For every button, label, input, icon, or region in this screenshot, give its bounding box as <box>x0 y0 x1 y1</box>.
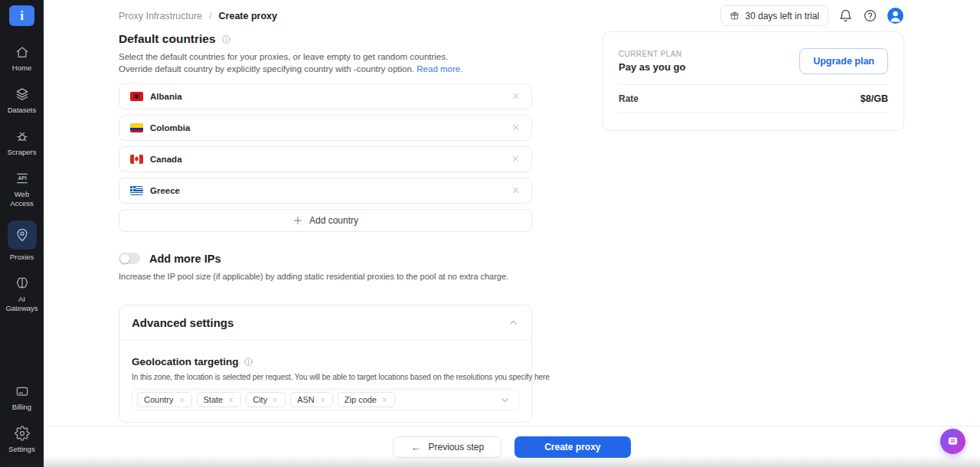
remove-country-button[interactable] <box>511 154 521 164</box>
breadcrumb-current: Create proxy <box>219 11 277 21</box>
advanced-settings-header[interactable]: Advanced settings <box>132 316 519 329</box>
geo-resolution-tag[interactable]: State <box>197 392 242 407</box>
top-actions: 30 days left in trial <box>720 5 903 26</box>
gift-icon <box>730 11 740 21</box>
add-country-label: Add country <box>309 215 358 226</box>
default-countries-section: Default countries Select the default cou… <box>119 32 532 232</box>
api-icon: API <box>14 170 31 187</box>
country-list: AlbaniaColombiaCanadaGreece <box>119 83 532 204</box>
country-name: Canada <box>150 155 511 164</box>
home-icon <box>14 44 31 60</box>
add-more-ips-section: Add more IPs Increase the IP pool size (… <box>119 253 532 283</box>
breadcrumb-section[interactable]: Proxy Infrastructure <box>119 11 202 21</box>
remove-tag-icon[interactable] <box>319 397 326 403</box>
description-line1: Select the default countries for your pr… <box>119 52 448 61</box>
default-countries-description: Select the default countries for your pr… <box>119 51 532 76</box>
geo-resolutions-select[interactable]: CountryStateCityASNZip code <box>132 389 519 410</box>
chat-icon <box>946 435 959 448</box>
sidebar-item-label: Billing <box>12 403 31 412</box>
chat-button[interactable] <box>940 429 965 454</box>
add-more-ips-description: Increase the IP pool size (if applicable… <box>119 271 532 283</box>
geo-resolution-tag[interactable]: Country <box>137 392 192 407</box>
remove-country-button[interactable] <box>511 91 521 101</box>
divider <box>119 339 531 340</box>
sidebar-item-label: Settings <box>8 445 34 454</box>
geo-resolution-tag[interactable]: City <box>246 392 286 407</box>
sidebar-item-label: Home <box>12 64 31 73</box>
ca-flag-icon <box>130 155 143 164</box>
top-bar: Proxy Infrastructure / Create proxy 30 d… <box>44 0 980 28</box>
country-row: Greece <box>119 178 532 204</box>
description-line2: Override default country by explicitly s… <box>119 64 414 73</box>
collapse-button[interactable] <box>508 317 519 328</box>
sidebar-nav: HomeDatasetsScrapersAPIWeb AccessProxies… <box>0 44 44 326</box>
sidebar-item-billing[interactable]: Billing <box>0 383 44 412</box>
toggle-knob <box>120 254 129 263</box>
read-more-link[interactable]: Read more. <box>416 64 462 73</box>
country-row: Colombia <box>119 115 532 141</box>
country-row: Albania <box>119 83 532 109</box>
sidebar-item-label: Datasets <box>8 106 37 115</box>
form-footer: ← Previous step Create proxy <box>44 426 980 467</box>
co-flag-icon <box>130 123 143 132</box>
info-icon[interactable] <box>243 357 253 367</box>
remove-tag-icon[interactable] <box>178 397 185 403</box>
sidebar-item-home[interactable]: Home <box>0 44 44 73</box>
remove-tag-icon[interactable] <box>227 397 234 403</box>
geo-resolution-tag[interactable]: ASN <box>290 392 333 407</box>
divider <box>619 113 888 113</box>
remove-country-button[interactable] <box>511 185 521 195</box>
sidebar-item-web-access[interactable]: APIWeb Access <box>0 170 44 208</box>
map-pin-icon <box>8 220 37 250</box>
advanced-settings-card: Advanced settings Geolocation targeting … <box>119 305 532 423</box>
trial-badge[interactable]: 30 days left in trial <box>720 5 828 26</box>
al-flag-icon <box>130 92 143 101</box>
country-name: Albania <box>150 92 511 101</box>
datasets-icon <box>14 86 31 103</box>
sidebar-item-ai-gateways[interactable]: AI Gateways <box>0 275 44 313</box>
remove-country-button[interactable] <box>511 122 521 132</box>
help-button[interactable] <box>863 8 877 23</box>
sidebar-nav-bottom: BillingSettings <box>0 383 44 467</box>
upgrade-plan-button[interactable]: Upgrade plan <box>799 48 888 74</box>
sidebar-item-label: AI Gateways <box>2 295 42 313</box>
sidebar-item-datasets[interactable]: Datasets <box>0 86 44 115</box>
brand-logo-letter: i <box>20 8 24 24</box>
current-plan-card: CURRENT PLAN Pay as you go Upgrade plan … <box>603 31 904 131</box>
brain-icon <box>14 275 31 292</box>
add-more-ips-toggle[interactable] <box>119 253 140 264</box>
geo-tag-label: ASN <box>297 395 315 404</box>
remove-tag-icon[interactable] <box>381 397 388 403</box>
info-icon[interactable] <box>221 34 231 44</box>
geolocation-targeting-section: Geolocation targeting In this zone, the … <box>132 356 519 410</box>
app-root: i HomeDatasetsScrapersAPIWeb AccessProxi… <box>0 0 980 467</box>
add-more-ips-header: Add more IPs <box>119 253 532 265</box>
help-icon <box>863 8 877 23</box>
create-proxy-form: Default countries Select the default cou… <box>119 31 532 423</box>
rate-label: Rate <box>619 93 639 104</box>
chevron-down-icon[interactable] <box>499 394 511 406</box>
default-countries-title-row: Default countries <box>119 32 532 46</box>
gr-flag-icon <box>130 186 143 195</box>
gear-icon <box>14 425 31 442</box>
notifications-button[interactable] <box>838 8 853 23</box>
add-country-button[interactable]: Add country <box>119 209 532 232</box>
rate-row: Rate $8/GB <box>619 85 888 113</box>
main-area: Proxy Infrastructure / Create proxy 30 d… <box>44 0 980 467</box>
remove-tag-icon[interactable] <box>272 397 279 403</box>
sidebar-item-proxies[interactable]: Proxies <box>0 220 44 262</box>
current-plan-label: CURRENT PLAN <box>619 50 685 58</box>
sidebar-item-scrapers[interactable]: Scrapers <box>0 128 44 157</box>
sidebar-item-label: Web Access <box>2 190 42 208</box>
geo-tag-label: Zip code <box>345 395 377 404</box>
previous-step-button[interactable]: ← Previous step <box>393 436 501 458</box>
brand-logo[interactable]: i <box>9 5 34 26</box>
user-avatar-icon <box>887 8 903 24</box>
trial-badge-label: 30 days left in trial <box>745 11 819 21</box>
create-proxy-button[interactable]: Create proxy <box>514 436 630 458</box>
geolocation-title: Geolocation targeting <box>132 356 239 367</box>
sidebar-item-settings[interactable]: Settings <box>0 425 44 454</box>
user-avatar[interactable] <box>887 8 903 24</box>
breadcrumb: Proxy Infrastructure / Create proxy <box>119 11 277 21</box>
geo-resolution-tag[interactable]: Zip code <box>338 392 395 407</box>
